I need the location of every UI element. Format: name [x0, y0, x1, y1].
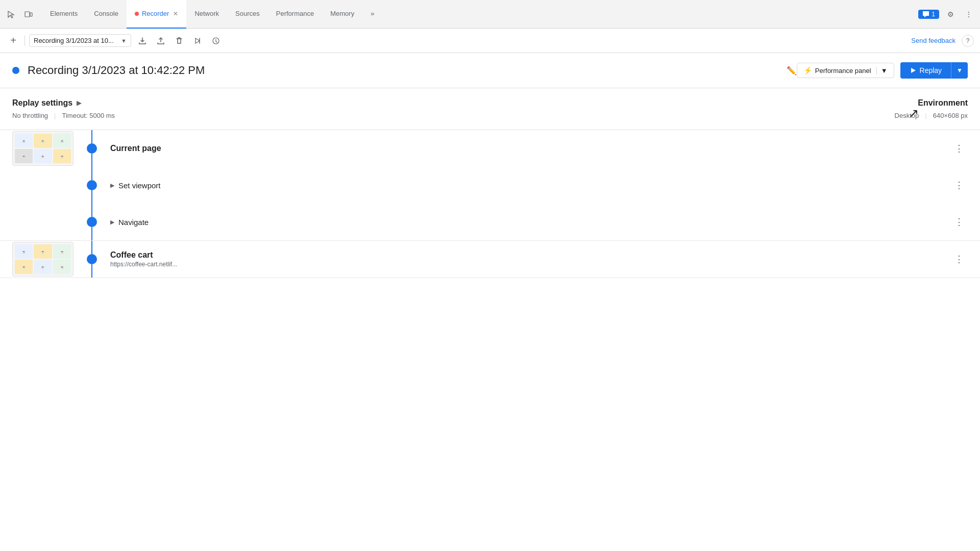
step-connector-current-page: [82, 130, 102, 167]
step-connector-coffee-cart: [82, 241, 102, 278]
resolution-value: 640×608 px: [933, 112, 968, 119]
more-options-btn[interactable]: ⋮: [962, 7, 976, 21]
tab-bar: Elements Console Recorder ✕ Network Sour…: [0, 0, 980, 29]
tab-recorder[interactable]: Recorder ✕: [127, 0, 186, 29]
step-group-subtitle-coffee-cart: https://coffee-cart.netlif...: [110, 261, 950, 268]
step-group-thumbnail-coffee-cart: ☕ ☕ ☕ ☕ ☕ ☕: [12, 242, 74, 277]
step-group-thumbnail-current-page: ☕ ☕ ☕ ☕ ☕ ☕: [12, 131, 74, 166]
replay-settings-title[interactable]: Replay settings ▶: [12, 98, 115, 108]
step-group-title-coffee-cart: Coffee cart: [110, 251, 950, 260]
delete-btn[interactable]: [172, 34, 186, 48]
step-connector-navigate: [82, 204, 102, 240]
tab-network[interactable]: Network: [186, 0, 227, 29]
step-menu-set-viewport[interactable]: ⋮: [950, 178, 968, 193]
step-line-top: [91, 167, 92, 180]
thumb-cell: ☕: [53, 149, 71, 163]
steps-area: ☕ ☕ ☕ ☕ ☕ ☕ Current page ⋮: [0, 130, 980, 499]
step-group-header-coffee-cart: ☕ ☕ ☕ ☕ ☕ ☕ Coffee cart https://coffee: [0, 241, 980, 278]
tab-close-btn[interactable]: ✕: [173, 10, 178, 17]
throttling-value: No throttling: [12, 112, 48, 119]
step-item-set-viewport: ▶ Set viewport ⋮: [0, 167, 980, 204]
send-feedback-link[interactable]: Send feedback: [911, 37, 955, 44]
import-btn[interactable]: [154, 34, 168, 48]
thumb-cell: ☕: [34, 244, 52, 259]
step-group-title-current-page: Current page: [110, 144, 950, 153]
settings-gear-btn[interactable]: ⚙: [943, 7, 958, 21]
step-line-bottom: [91, 264, 92, 278]
replay-settings-right: Environment Desktop | 640×608 px: [895, 98, 968, 119]
tab-bar-icons: [4, 7, 36, 21]
step-group-menu-coffee-cart[interactable]: ⋮: [950, 252, 968, 267]
replay-dropdown-btn[interactable]: ▼: [951, 62, 968, 79]
step-line-top: [91, 204, 92, 217]
step-title-set-viewport[interactable]: ▶ Set viewport: [110, 181, 950, 190]
step-line-bottom: [91, 190, 92, 204]
device-value: Desktop: [895, 112, 919, 119]
slow-replay-btn[interactable]: [209, 34, 223, 48]
tab-console[interactable]: Console: [86, 0, 127, 29]
thumb-cell: ☕: [15, 134, 33, 148]
step-group-menu-current-page[interactable]: ⋮: [950, 141, 968, 156]
play-btn[interactable]: [190, 34, 205, 48]
recording-indicator-dot: [135, 12, 139, 16]
step-expand-icon-navigate: ▶: [110, 219, 114, 226]
tab-elements[interactable]: Elements: [42, 0, 86, 29]
recording-header-actions: ⚡ Performance panel ▼ Replay ▼: [797, 62, 968, 79]
step-line-top: [91, 130, 92, 143]
help-btn[interactable]: ?: [962, 35, 974, 47]
thumb-cell: ☕: [34, 134, 52, 148]
step-item-navigate: ▶ Navigate ⋮: [0, 204, 980, 240]
edit-title-icon[interactable]: ✏️: [787, 66, 797, 76]
timeout-value: Timeout: 5000 ms: [62, 112, 115, 119]
thumb-cell: ☕: [15, 149, 33, 163]
new-recording-btn[interactable]: +: [6, 34, 20, 48]
step-group-info-coffee-cart: Coffee cart https://coffee-cart.netlif..…: [110, 251, 950, 268]
recording-status-dot: [12, 67, 19, 74]
step-dot-coffee-cart: [87, 254, 97, 264]
cursor-icon-btn[interactable]: [4, 7, 18, 21]
step-group-header-current-page: ☕ ☕ ☕ ☕ ☕ ☕ Current page ⋮: [0, 130, 980, 167]
tab-bar-right: 1 ⚙ ⋮: [918, 7, 976, 21]
replay-main-btn[interactable]: Replay: [900, 62, 951, 79]
step-group-coffee-cart: ☕ ☕ ☕ ☕ ☕ ☕ Coffee cart https://coffee: [0, 241, 980, 278]
tab-performance[interactable]: Performance: [268, 0, 322, 29]
replay-settings-details: No throttling | Timeout: 5000 ms: [12, 112, 115, 119]
svg-rect-0: [25, 12, 30, 17]
thumb-cell: ☕: [15, 244, 33, 259]
thumb-cell: ☕: [34, 149, 52, 163]
main-content: Recording 3/1/2023 at 10:42:22 PM ✏️ ⚡ P…: [0, 53, 980, 551]
step-line-bottom: [91, 227, 92, 240]
replay-settings-expand-icon: ▶: [77, 99, 81, 107]
step-dot-set-viewport: [87, 180, 97, 190]
environment-details: Desktop | 640×608 px: [895, 112, 968, 119]
thumb-cell: ☕: [53, 134, 71, 148]
recording-header: Recording 3/1/2023 at 10:42:22 PM ✏️ ⚡ P…: [0, 53, 980, 88]
comment-badge-btn[interactable]: 1: [918, 10, 939, 19]
step-menu-navigate[interactable]: ⋮: [950, 214, 968, 230]
thumb-cell: ☕: [53, 244, 71, 259]
toolbar: + Recording 3/1/2023 at 10... ▼ Send: [0, 29, 980, 53]
performance-panel-btn[interactable]: ⚡ Performance panel ▼: [797, 63, 894, 78]
step-line-bottom: [91, 154, 92, 167]
recording-selector-chevron-icon: ▼: [121, 38, 127, 44]
recording-selector[interactable]: Recording 3/1/2023 at 10... ▼: [29, 34, 131, 47]
replay-settings-section: Replay settings ▶ No throttling | Timeou…: [0, 88, 980, 130]
step-dot-navigate: [87, 217, 97, 227]
step-expand-icon-set-viewport: ▶: [110, 182, 114, 189]
performance-panel-icon: ⚡: [803, 66, 812, 74]
performance-panel-chevron-icon: ▼: [876, 67, 888, 74]
tab-more[interactable]: »: [362, 0, 382, 29]
thumb-cell: ☕: [53, 260, 71, 274]
toolbar-divider: [24, 36, 25, 46]
svg-rect-1: [30, 13, 32, 16]
step-line-top: [91, 241, 92, 254]
export-btn[interactable]: [135, 34, 150, 48]
replay-btn-group: Replay ▼: [900, 62, 968, 79]
step-connector-set-viewport: [82, 167, 102, 204]
step-dot-current-page: [87, 143, 97, 154]
tab-memory[interactable]: Memory: [322, 0, 362, 29]
step-title-navigate[interactable]: ▶ Navigate: [110, 218, 950, 227]
tab-sources[interactable]: Sources: [227, 0, 268, 29]
toolbar-right: Send feedback ?: [911, 35, 974, 47]
device-toggle-btn[interactable]: [21, 7, 36, 21]
